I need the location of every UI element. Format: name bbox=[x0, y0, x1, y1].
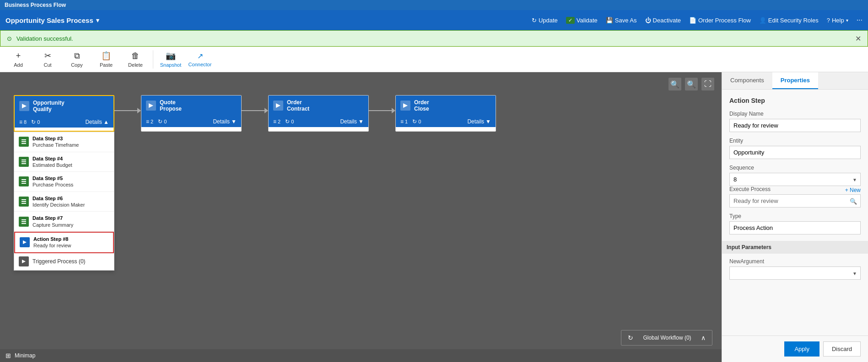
tab-properties[interactable]: Properties bbox=[772, 72, 818, 89]
svg-marker-20 bbox=[403, 103, 408, 108]
tab-components[interactable]: Components bbox=[722, 72, 772, 89]
panel-footer: Apply Discard bbox=[722, 335, 868, 362]
stage-close-footer: ≡ 1 ↻ 0 Details ▼ bbox=[396, 116, 496, 127]
minimap-bar[interactable]: ⊞ Minimap bbox=[0, 349, 722, 362]
entity-input[interactable] bbox=[729, 146, 861, 159]
conn-arrow-1 bbox=[137, 108, 141, 113]
stage-qualify-title: Opportunity Qualify bbox=[33, 100, 65, 113]
stage-contract-header: Order Contract bbox=[269, 96, 368, 116]
new-argument-select-wrapper bbox=[729, 266, 861, 280]
header-bar: Opportunity Sales Process ▾ ↻ Update ✓ V… bbox=[0, 10, 868, 30]
stage-qualify[interactable]: Opportunity Qualify ≡ 8 ↻ 0 bbox=[14, 95, 114, 132]
validation-close-button[interactable]: ✕ bbox=[855, 34, 861, 43]
paste-button[interactable]: 📋 Paste bbox=[92, 48, 120, 71]
step-4-icon bbox=[19, 157, 29, 167]
stage-contract-container: Order Contract ≡ 2 ↻ 0 bbox=[268, 95, 369, 132]
stage-qualify-cycle-count: ↻ 0 bbox=[31, 119, 40, 125]
add-button[interactable]: + Add bbox=[5, 48, 32, 71]
steps-icon3: ≡ bbox=[273, 118, 276, 125]
type-input[interactable] bbox=[729, 221, 861, 234]
connector-button[interactable]: ↗ Connector bbox=[186, 48, 214, 71]
validate-button[interactable]: ✓ Validate bbox=[566, 17, 598, 24]
global-workflow[interactable]: ↻ Global Workflow (0) ∧ bbox=[621, 330, 712, 346]
svg-marker-19 bbox=[276, 103, 280, 108]
validation-message: ⊙ Validation successful. bbox=[7, 35, 73, 42]
delete-button[interactable]: 🗑 Delete bbox=[122, 48, 149, 71]
order-process-flow-button[interactable]: 📄 Order Process Flow bbox=[689, 17, 751, 24]
step-6-item[interactable]: Data Step #6 Identify Decision Maker bbox=[14, 192, 114, 212]
stage-qualify-footer: ≡ 8 ↻ 0 Details ▲ bbox=[15, 117, 113, 128]
sequence-select[interactable]: 8 bbox=[729, 173, 861, 186]
title-bar-label: Business Process Flow bbox=[5, 2, 66, 8]
stage-propose[interactable]: Quote Propose ≡ 2 ↻ 0 bbox=[141, 95, 242, 132]
svg-rect-13 bbox=[22, 219, 26, 220]
help-button[interactable]: ? Help ▾ bbox=[827, 17, 848, 24]
stage-propose-details-button[interactable]: Details ▼ bbox=[213, 118, 237, 125]
more-button[interactable]: ··· bbox=[857, 16, 863, 24]
step-8-icon bbox=[20, 237, 30, 247]
global-workflow-collapse-icon[interactable]: ∧ bbox=[701, 334, 706, 341]
save-as-button[interactable]: 💾 Save As bbox=[606, 17, 637, 24]
svg-rect-15 bbox=[22, 223, 26, 224]
stage-close[interactable]: Order Close ≡ 1 ↻ 0 bbox=[395, 95, 496, 132]
validation-check-icon: ⊙ bbox=[7, 35, 12, 42]
stage-propose-cycle-count: ↻ 0 bbox=[158, 118, 167, 125]
step-3-item[interactable]: Data Step #3 Purchase Timeframe bbox=[14, 132, 114, 152]
toolbar-separator bbox=[153, 50, 153, 69]
stage-contract-footer: ≡ 2 ↻ 0 Details ▼ bbox=[269, 116, 368, 127]
step-4-text: Data Step #4 Estimated Budget bbox=[32, 155, 72, 169]
svg-marker-18 bbox=[149, 103, 153, 108]
conn-arrow-3 bbox=[392, 108, 395, 113]
zoom-in-button[interactable]: 🔍 bbox=[685, 78, 698, 90]
new-argument-select[interactable] bbox=[729, 266, 861, 280]
toolbar: + Add ✂ Cut ⧉ Copy 📋 Paste 🗑 Delete 📷 Sn… bbox=[0, 47, 868, 72]
header-chevron[interactable]: ▾ bbox=[96, 17, 99, 24]
cut-button[interactable]: ✂ Cut bbox=[34, 48, 61, 71]
details-chevron4: ▼ bbox=[485, 118, 491, 125]
execute-process-input[interactable] bbox=[729, 194, 861, 208]
display-name-input[interactable] bbox=[729, 119, 861, 132]
apply-button[interactable]: Apply bbox=[784, 341, 819, 357]
stage-contract-title: Order Contract bbox=[287, 99, 309, 112]
minimap-icon: ⊞ bbox=[5, 352, 11, 359]
process-name: Opportunity Sales Process bbox=[5, 16, 93, 24]
step-5-item[interactable]: Data Step #5 Purchase Process bbox=[14, 172, 114, 192]
stage-qualify-details-button[interactable]: Details ▲ bbox=[85, 119, 109, 125]
delete-icon: 🗑 bbox=[131, 51, 140, 61]
zoom-out-icon: 🔍 bbox=[670, 80, 679, 89]
svg-rect-3 bbox=[22, 143, 26, 144]
copy-button[interactable]: ⧉ Copy bbox=[63, 48, 91, 71]
step-4-item[interactable]: Data Step #4 Estimated Budget bbox=[14, 152, 114, 172]
stage-close-details-button[interactable]: Details ▼ bbox=[467, 118, 491, 125]
update-button[interactable]: ↻ Update bbox=[532, 17, 558, 24]
validation-bar: ⊙ Validation successful. ✕ bbox=[0, 30, 868, 47]
zoom-out-button[interactable]: 🔍 bbox=[669, 78, 681, 90]
step-6-icon bbox=[19, 197, 29, 207]
stage-contract-details-button[interactable]: Details ▼ bbox=[340, 118, 364, 125]
add-icon: + bbox=[16, 51, 21, 61]
svg-rect-4 bbox=[22, 160, 26, 160]
stage-close-steps-count: ≡ 1 bbox=[400, 118, 408, 125]
step-5-text: Data Step #5 Purchase Process bbox=[32, 175, 73, 188]
order-process-icon: 📄 bbox=[689, 17, 696, 24]
cycle-icon: ↻ bbox=[31, 119, 36, 125]
cycle-icon4: ↻ bbox=[412, 118, 417, 125]
edit-security-roles-button[interactable]: 👤 Edit Security Roles bbox=[759, 17, 819, 24]
step-8-item[interactable]: Action Step #8 Ready for review bbox=[14, 232, 114, 253]
details-chevron2: ▼ bbox=[231, 118, 237, 125]
stage-contract-steps-count: ≡ 2 bbox=[273, 118, 280, 125]
stage-propose-steps-count: ≡ 2 bbox=[146, 118, 153, 125]
header-right: ↻ Update ✓ Validate 💾 Save As ⏻ Deactiva… bbox=[532, 16, 863, 24]
display-name-label: Display Name bbox=[729, 111, 861, 117]
fit-screen-button[interactable]: ⛶ bbox=[701, 78, 714, 90]
deactivate-button[interactable]: ⏻ Deactivate bbox=[645, 17, 681, 24]
stage-contract[interactable]: Order Contract ≡ 2 ↻ 0 bbox=[268, 95, 369, 132]
execute-process-new-link[interactable]: + New bbox=[845, 187, 861, 193]
discard-button[interactable]: Discard bbox=[823, 341, 861, 357]
svg-rect-8 bbox=[22, 181, 26, 182]
right-panel: Components Properties Action Step Displa… bbox=[722, 72, 868, 362]
step-7-item[interactable]: Data Step #7 Capture Summary bbox=[14, 212, 114, 232]
snapshot-button[interactable]: 📷 Snapshot bbox=[157, 48, 184, 71]
conn-line-1 bbox=[114, 110, 137, 111]
type-label: Type bbox=[729, 213, 861, 219]
